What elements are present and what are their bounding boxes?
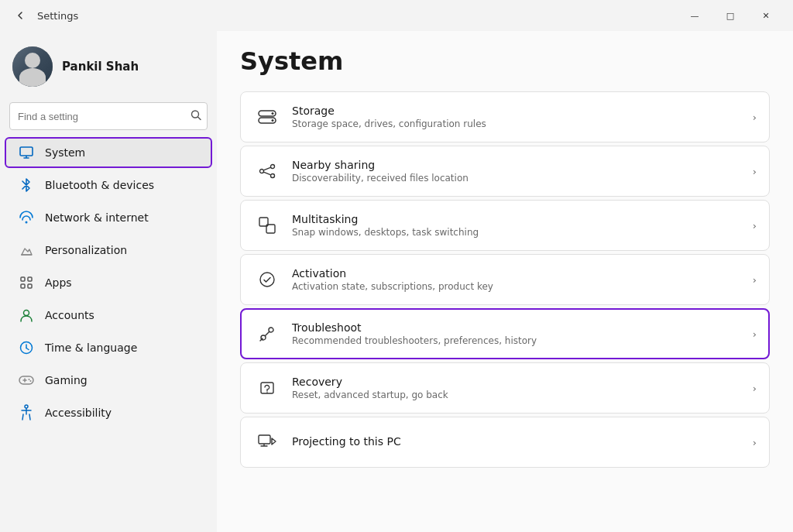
svg-line-31 bbox=[263, 172, 270, 175]
apps-icon bbox=[17, 273, 36, 292]
sidebar-item-gaming[interactable]: Gaming bbox=[5, 365, 212, 396]
svg-point-11 bbox=[24, 311, 29, 316]
settings-list: Storage Storage space, drives, configura… bbox=[240, 91, 770, 468]
activation-chevron: › bbox=[753, 274, 757, 286]
network-icon bbox=[17, 208, 36, 227]
multitasking-text: Multitasking Snap windows, desktops, tas… bbox=[292, 213, 747, 238]
multitasking-title: Multitasking bbox=[292, 213, 747, 225]
svg-point-27 bbox=[260, 170, 264, 173]
sidebar-item-system[interactable]: System bbox=[5, 137, 212, 168]
setting-nearby-sharing[interactable]: Nearby sharing Discoverability, received… bbox=[240, 146, 770, 197]
svg-line-30 bbox=[263, 167, 270, 170]
accounts-icon bbox=[17, 306, 36, 324]
nearby-sharing-icon bbox=[253, 157, 281, 185]
projecting-chevron: › bbox=[753, 437, 757, 448]
system-icon bbox=[17, 143, 36, 162]
back-button[interactable] bbox=[9, 5, 31, 26]
svg-point-28 bbox=[271, 165, 275, 169]
sidebar-item-gaming-label: Gaming bbox=[45, 374, 88, 386]
storage-title: Storage bbox=[292, 105, 747, 117]
nearby-sharing-desc: Discoverability, received files location bbox=[292, 173, 747, 184]
user-name: Pankil Shah bbox=[62, 60, 139, 74]
sidebar-item-time[interactable]: Time & language bbox=[5, 332, 212, 363]
troubleshoot-desc: Recommended troubleshooters, preferences… bbox=[292, 335, 747, 346]
svg-line-1 bbox=[198, 117, 201, 120]
svg-point-25 bbox=[272, 112, 274, 115]
sidebar-item-bluetooth-label: Bluetooth & devices bbox=[45, 179, 154, 191]
setting-projecting[interactable]: Projecting to this PC › bbox=[240, 417, 770, 468]
sidebar-item-accessibility[interactable]: Accessibility bbox=[5, 397, 212, 428]
projecting-title: Projecting to this PC bbox=[292, 435, 747, 448]
search-input[interactable] bbox=[9, 102, 208, 130]
sidebar-item-personalization-label: Personalization bbox=[45, 244, 127, 256]
projecting-icon bbox=[253, 428, 281, 456]
sidebar-item-accounts-label: Accounts bbox=[45, 309, 94, 321]
svg-point-29 bbox=[271, 174, 275, 178]
sidebar-item-network-label: Network & internet bbox=[45, 211, 149, 224]
multitasking-chevron: › bbox=[753, 220, 757, 232]
svg-rect-10 bbox=[28, 284, 32, 288]
storage-desc: Storage space, drives, configuration rul… bbox=[292, 118, 747, 129]
sidebar-item-network[interactable]: Network & internet bbox=[5, 202, 212, 233]
sidebar-item-apps-label: Apps bbox=[45, 276, 72, 289]
setting-recovery[interactable]: Recovery Reset, advanced startup, go bac… bbox=[240, 362, 770, 414]
svg-point-18 bbox=[29, 379, 30, 380]
setting-troubleshoot[interactable]: Troubleshoot Recommended troubleshooters… bbox=[240, 308, 770, 359]
search-box bbox=[9, 102, 208, 130]
user-profile[interactable]: Pankil Shah bbox=[0, 39, 217, 102]
svg-rect-8 bbox=[28, 277, 32, 281]
setting-activation[interactable]: Activation Activation state, subscriptio… bbox=[240, 254, 770, 305]
svg-rect-41 bbox=[259, 435, 270, 444]
svg-point-40 bbox=[266, 392, 268, 393]
close-button[interactable]: ✕ bbox=[748, 3, 784, 28]
projecting-text: Projecting to this PC bbox=[292, 435, 747, 449]
accessibility-icon bbox=[17, 403, 36, 422]
svg-rect-2 bbox=[20, 147, 33, 156]
bluetooth-icon bbox=[17, 176, 36, 194]
sidebar-item-bluetooth[interactable]: Bluetooth & devices bbox=[5, 170, 212, 201]
sidebar-item-system-label: System bbox=[45, 146, 85, 159]
app-title: Settings bbox=[37, 10, 78, 22]
troubleshoot-icon bbox=[253, 320, 281, 348]
page-title: System bbox=[240, 46, 770, 76]
avatar bbox=[12, 46, 53, 87]
svg-rect-39 bbox=[261, 383, 273, 393]
sidebar-item-personalization[interactable]: Personalization bbox=[5, 235, 212, 266]
svg-point-5 bbox=[26, 221, 28, 224]
main-content: System Storage Storage space, drives, co… bbox=[217, 31, 793, 532]
nearby-sharing-title: Nearby sharing bbox=[292, 159, 747, 171]
activation-title: Activation bbox=[292, 267, 747, 280]
svg-rect-7 bbox=[21, 277, 25, 281]
restore-button[interactable]: □ bbox=[712, 3, 748, 28]
storage-text: Storage Storage space, drives, configura… bbox=[292, 105, 747, 129]
sidebar: Pankil Shah System bbox=[0, 31, 217, 532]
troubleshoot-chevron: › bbox=[753, 328, 757, 340]
storage-chevron: › bbox=[753, 112, 757, 123]
titlebar: Settings — □ ✕ bbox=[0, 0, 793, 31]
multitasking-icon bbox=[253, 211, 281, 239]
setting-multitasking[interactable]: Multitasking Snap windows, desktops, tas… bbox=[240, 200, 770, 251]
search-icon bbox=[191, 110, 201, 123]
nearby-sharing-text: Nearby sharing Discoverability, received… bbox=[292, 159, 747, 184]
app-body: Pankil Shah System bbox=[0, 31, 793, 532]
multitasking-desc: Snap windows, desktops, task switching bbox=[292, 227, 747, 238]
recovery-title: Recovery bbox=[292, 376, 747, 388]
storage-icon bbox=[253, 103, 281, 131]
avatar-image bbox=[12, 46, 53, 87]
personalization-icon bbox=[17, 241, 36, 259]
window-controls: — □ ✕ bbox=[677, 3, 784, 28]
activation-text: Activation Activation state, subscriptio… bbox=[292, 267, 747, 292]
svg-point-34 bbox=[260, 273, 274, 287]
nearby-sharing-chevron: › bbox=[753, 166, 757, 177]
recovery-chevron: › bbox=[753, 383, 757, 394]
time-icon bbox=[17, 338, 36, 357]
sidebar-item-accessibility-label: Accessibility bbox=[45, 407, 112, 419]
troubleshoot-title: Troubleshoot bbox=[292, 321, 747, 334]
sidebar-item-accounts[interactable]: Accounts bbox=[5, 300, 212, 331]
recovery-icon bbox=[253, 374, 281, 402]
setting-storage[interactable]: Storage Storage space, drives, configura… bbox=[240, 91, 770, 142]
svg-point-19 bbox=[30, 380, 32, 382]
gaming-icon bbox=[17, 371, 36, 390]
minimize-button[interactable]: — bbox=[677, 3, 712, 28]
sidebar-item-apps[interactable]: Apps bbox=[5, 267, 212, 298]
